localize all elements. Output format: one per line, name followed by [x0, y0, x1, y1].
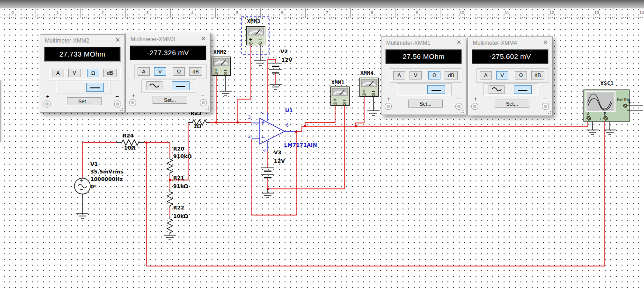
plus-terminal-label: + — [387, 95, 391, 102]
multimeter-icon-xmm1[interactable] — [331, 87, 350, 106]
negative-terminal[interactable] — [455, 103, 462, 110]
voltage-mode-button[interactable]: V — [154, 67, 166, 76]
label-xmm2: XMM2 — [213, 49, 227, 55]
ext-trig-minus: − — [627, 107, 630, 111]
multimeter-icon-xmm4[interactable] — [360, 78, 379, 97]
resistor-r21[interactable] — [167, 189, 173, 208]
meter-reading: 27.733 MOhm — [44, 47, 120, 61]
close-icon[interactable]: ✕ — [543, 39, 548, 46]
label-channel-a: A — [587, 112, 590, 116]
multimeter-icon-xmm3[interactable] — [247, 27, 265, 45]
multimeter-icon-xmm2[interactable] — [212, 57, 231, 76]
close-icon[interactable]: ✕ — [201, 35, 206, 42]
multimeter-window-xmm3[interactable]: Multimeter-XMM3 ✕ -277.326 mV A V Ω dB S… — [125, 33, 211, 112]
db-mode-button[interactable]: dB — [189, 67, 202, 76]
dc-mode-button[interactable] — [86, 83, 104, 92]
positive-terminal[interactable] — [385, 103, 392, 110]
set-button[interactable]: Set... — [67, 97, 102, 105]
positive-terminal[interactable] — [44, 101, 51, 108]
label-v1-phase: 0° — [90, 184, 96, 190]
signal-panel — [56, 81, 110, 94]
label-r22-ref: R22 — [173, 205, 184, 211]
negative-terminal[interactable] — [200, 99, 207, 106]
label-v2-value: 12V — [281, 57, 293, 63]
dc-line-icon — [432, 90, 441, 91]
label-u1-ref: U1 — [285, 108, 293, 114]
current-mode-button[interactable]: A — [393, 71, 405, 79]
current-mode-button[interactable]: A — [480, 71, 492, 79]
sine-icon — [149, 83, 160, 88]
current-mode-button[interactable]: A — [52, 69, 64, 77]
db-mode-button[interactable]: dB — [531, 71, 544, 79]
db-mode-button[interactable]: dB — [445, 71, 458, 79]
resize-grip[interactable] — [546, 109, 552, 115]
sine-icon — [491, 87, 502, 92]
label-xmm4: XMM4 — [360, 70, 374, 76]
positive-terminal[interactable] — [471, 103, 478, 110]
label-r21-value: 91kΩ — [173, 183, 188, 189]
negative-terminal[interactable] — [114, 101, 121, 108]
close-icon[interactable]: ✕ — [115, 36, 120, 43]
minus-terminal-label: − — [115, 93, 119, 100]
channel-b-plus: + — [599, 117, 602, 121]
ext-trig-plus: + — [628, 101, 631, 105]
negative-terminal[interactable] — [542, 103, 549, 110]
label-v1-ref: V1 — [90, 161, 98, 167]
label-u1-part: LM7171AIN — [284, 142, 317, 148]
voltage-mode-button[interactable]: V — [496, 71, 508, 79]
battery-v3[interactable] — [261, 168, 274, 178]
channel-b-minus: − — [609, 117, 612, 121]
set-button[interactable]: Set... — [408, 100, 443, 108]
channel-a-minus: − — [592, 117, 595, 121]
label-r22-value: 10kΩ — [173, 213, 188, 219]
dc-line-icon — [90, 87, 100, 88]
label-r20-value: 910kΩ — [173, 153, 192, 159]
resistance-mode-button[interactable]: Ω — [428, 71, 440, 79]
v1-minus-sign: − — [80, 187, 83, 192]
label-v1-amplitude: 35.5mVrms — [90, 169, 124, 175]
label-channel-b: B — [604, 112, 607, 116]
battery-v2[interactable] — [269, 63, 282, 73]
dc-mode-button[interactable] — [427, 85, 445, 94]
positive-terminal[interactable] — [129, 99, 136, 106]
plus-terminal-label: + — [132, 92, 135, 99]
mode-panel: A V Ω dB — [49, 66, 121, 80]
label-v1-frequency: 1000000Hz — [90, 176, 123, 182]
ac-mode-button[interactable] — [146, 81, 162, 90]
mode-panel: A V Ω dB — [390, 68, 462, 83]
db-mode-button[interactable]: dB — [103, 69, 117, 77]
dc-mode-button[interactable] — [172, 81, 190, 90]
minus-terminal-label: − — [201, 92, 205, 99]
dc-mode-button[interactable] — [514, 85, 532, 94]
pin-label-3: 3 — [248, 115, 251, 120]
label-v3-value: 12V — [274, 158, 285, 164]
close-icon[interactable]: ✕ — [456, 39, 461, 46]
resistance-mode-button[interactable]: Ω — [515, 71, 527, 79]
resize-grip[interactable] — [204, 105, 210, 111]
voltage-mode-button[interactable]: V — [410, 71, 422, 79]
resistor-r22[interactable] — [167, 216, 173, 235]
voltage-mode-button[interactable]: V — [68, 69, 80, 77]
set-button[interactable]: Set... — [495, 100, 529, 108]
v1-plus-sign: + — [80, 178, 83, 183]
label-xsc1: XSC1 — [600, 80, 614, 86]
mode-panel: A V Ω dB — [134, 65, 207, 79]
multimeter-window-xmm1[interactable]: Multimeter-XMM1 ✕ 27.56 MOhm A V Ω dB Se… — [381, 36, 466, 115]
label-r23-value: 1Ω — [193, 123, 201, 130]
multimeter-window-xmm2[interactable]: Multimeter-XMM2 ✕ 27.733 MOhm A V Ω dB S… — [40, 34, 125, 113]
current-mode-button[interactable]: A — [138, 67, 150, 76]
meter-reading: -277.326 mV — [130, 46, 206, 60]
window-title: Multimeter-XMM2 — [45, 37, 89, 44]
ac-mode-button[interactable] — [489, 85, 505, 94]
dc-line-icon — [176, 86, 185, 87]
multimeter-window-xmm4[interactable]: Multimeter-XMM4 ✕ -275.602 mV A V Ω dB S… — [468, 36, 553, 116]
label-r24-value: 10Ω — [124, 145, 136, 151]
window-title: Multimeter-XMM4 — [473, 40, 517, 46]
resistance-mode-button[interactable]: Ω — [87, 69, 99, 77]
dc-line-icon — [518, 90, 527, 91]
resistor-r20[interactable] — [167, 157, 173, 175]
resistance-mode-button[interactable]: Ω — [173, 67, 185, 76]
plus-terminal-label: + — [46, 93, 50, 100]
signal-panel — [141, 79, 196, 93]
set-button[interactable]: Set... — [153, 96, 187, 104]
